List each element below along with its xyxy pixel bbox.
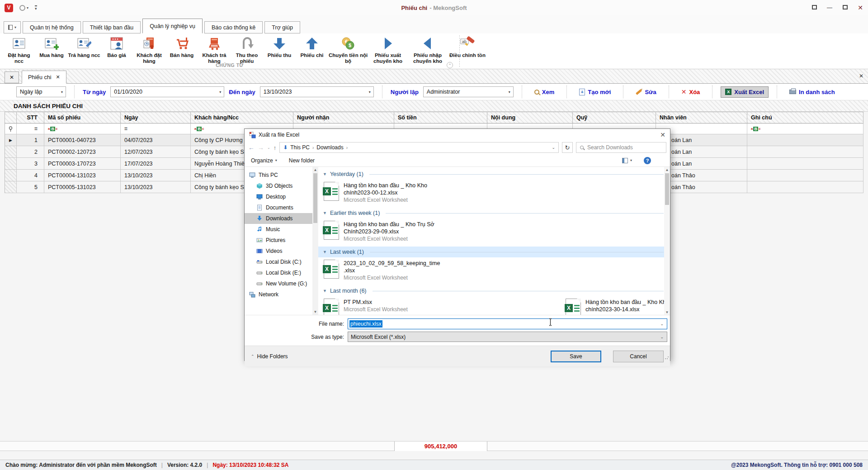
hide-folders-button[interactable]: ⌃ Hide Folders [251, 353, 288, 360]
ribbon-item-khach-dat-hang[interactable]: Khách đặt hàng [133, 35, 165, 64]
sidebar-item-new-volume-g[interactable]: New Volume (G:) [245, 278, 312, 289]
breadcrumb-downloads[interactable]: Downloads [316, 144, 343, 151]
view-by-combo[interactable]: Ngày lập ▾ [16, 86, 66, 97]
header-so-tien[interactable]: Số tiền [394, 112, 487, 123]
edit-button[interactable]: Sửa [632, 87, 660, 97]
group-header-yesterday[interactable]: ▼ Yesterday (1) [318, 169, 670, 180]
help-icon[interactable]: ? [644, 157, 651, 164]
view-options-button[interactable]: ▾ [622, 158, 632, 163]
sidebar-item-videos[interactable]: Videos [245, 246, 312, 256]
ribbon-item-phieu-xuat-chuyen-kho[interactable]: Phiếu xuất chuyển kho [368, 35, 408, 64]
row-selector[interactable] [5, 181, 17, 193]
up-button[interactable]: ↑ [274, 144, 277, 151]
header-stt[interactable]: STT [17, 112, 44, 123]
refresh-button[interactable]: ↻ [562, 142, 573, 153]
sidebar-item-local-disk-c[interactable]: Local Disk (C:) [245, 256, 312, 267]
header-ma-so-phieu[interactable]: Mã số phiếu [44, 112, 121, 123]
address-dropdown-icon[interactable]: ⌄ [552, 145, 555, 150]
scrollbar-thumb[interactable] [313, 173, 317, 223]
tab-phieu-chi[interactable]: Phiếu chi ✕ [22, 71, 66, 84]
quick-access-button[interactable]: ▾ [19, 5, 28, 11]
sidebar-item-music[interactable]: Music [245, 224, 312, 235]
header-ngay[interactable]: Ngày [121, 112, 191, 123]
ribbon-item-ban-hang[interactable]: Bán hàng [165, 35, 198, 58]
close-button[interactable]: ✕ [856, 4, 864, 11]
group-header-last-week[interactable]: ▼ Last week (1) [318, 247, 670, 257]
row-selector[interactable] [5, 170, 17, 181]
menu-tab-quan-tri-he-thong[interactable]: Quản trị hệ thống [23, 21, 81, 33]
resize-grip[interactable] [665, 355, 669, 360]
group-header-earlier-this-week[interactable]: ▼ Earlier this week (1) [318, 208, 670, 218]
header-ghi-chu[interactable]: Ghi chú [747, 112, 863, 123]
ribbon-item-khach-tra-hang[interactable]: Khách trả hàng [198, 35, 231, 64]
row-selector[interactable] [5, 146, 17, 158]
filter-pin-cell[interactable] [5, 123, 17, 134]
ribbon-item-phieu-chi[interactable]: Phiếu chi [296, 35, 328, 58]
search-input[interactable]: Search Downloads [576, 142, 666, 153]
file-item[interactable]: X Hàng tồn kho ban đầu _ Kho Kho chính20… [560, 296, 669, 315]
ribbon-item-chuyen-tien-noi-bo[interactable]: €$ Chuyển tiền nội bộ [328, 35, 368, 64]
sidebar-item-this-pc[interactable]: This PC [245, 170, 312, 180]
close-all-tabs-button[interactable]: ✕ [5, 71, 19, 83]
sidebar-item-3d-objects[interactable]: 3D Objects [245, 180, 312, 191]
ribbon-item-dat-hang-ncc[interactable]: Đặt hàng ncc [3, 35, 35, 64]
ribbon-item-mua-hang[interactable]: Mua hàng [35, 35, 68, 58]
creator-combo[interactable]: Administrator ▾ [423, 86, 514, 97]
file-item[interactable]: X 2023_10_02_09_59_58_keeping_time .xlsx… [318, 257, 670, 285]
ribbon-item-bao-gia[interactable]: Báo giá [100, 35, 133, 58]
create-new-button[interactable]: + Tạo mới [575, 87, 615, 97]
tab-close-icon[interactable]: ✕ [56, 74, 60, 80]
sidebar-item-local-disk-e[interactable]: Local Disk (E:) [245, 267, 312, 278]
menu-tab-bao-cao-thong-ke[interactable]: Báo cáo thống kê [204, 21, 263, 33]
view-button[interactable]: Xem [530, 87, 558, 97]
menu-tab-mini[interactable]: ▾ [4, 21, 21, 33]
group-header-last-month[interactable]: ▼ Last month (6) [318, 285, 670, 296]
sidebar-item-network[interactable]: Network [245, 289, 312, 300]
export-excel-button[interactable]: X Xuất Excel [721, 86, 769, 98]
organize-button[interactable]: Organize ▾ [251, 157, 277, 164]
ribbon-item-phieu-thu[interactable]: Phiếu thu [263, 35, 296, 58]
dialog-titlebar[interactable]: Xuất ra file Excel ✕ [245, 129, 670, 141]
from-date-combo[interactable]: 01/10/2020 ▾ [110, 86, 224, 97]
sidebar-item-documents[interactable]: Documents [245, 202, 312, 213]
save-button[interactable]: Save [551, 351, 601, 362]
maximize-button[interactable] [841, 5, 849, 11]
ribbon-item-phieu-nhap-chuyen-kho[interactable]: Phiếu nhập chuyển kho [408, 35, 448, 64]
back-button[interactable]: ← [248, 144, 255, 151]
row-selector[interactable]: ▶ [5, 134, 17, 146]
header-khach-hang[interactable]: Khách hàng/Ncc [191, 112, 293, 123]
save-type-combo[interactable]: Microsoft Excel (*.xlsx) ⌄ [348, 332, 667, 342]
file-item[interactable]: X Hàng tồn kho ban đầu _ Kho Trụ Sở Chín… [318, 218, 670, 247]
sidebar-item-downloads[interactable]: Downloads [245, 213, 312, 224]
sidebar-item-pictures[interactable]: Pictures [245, 235, 312, 246]
breadcrumb-this-pc[interactable]: This PC [290, 144, 310, 151]
file-item[interactable]: X Hàng tồn kho ban đầu _ Kho Kho chính20… [318, 180, 670, 208]
row-selector[interactable] [5, 158, 17, 170]
dialog-close-button[interactable]: ✕ [660, 131, 665, 138]
file-item[interactable]: X PT PM.xlsx Microsoft Excel Worksheet [318, 296, 560, 315]
tabstrip-close-icon[interactable]: ✕ [859, 73, 863, 79]
filter-ma-so-phieu[interactable]: aBc [44, 123, 121, 134]
fullscreen-button[interactable] [810, 5, 818, 11]
header-nguoi-nhan[interactable]: Người nhận [293, 112, 394, 123]
menu-tab-tro-giup[interactable]: Trợ giúp [264, 21, 300, 33]
address-bar[interactable]: ⬇ This PC › Downloads › ⌄ [279, 142, 559, 153]
cancel-button[interactable]: Cancel [613, 351, 664, 362]
to-date-combo[interactable]: 13/10/2023 ▾ [260, 86, 374, 97]
menu-tab-thiet-lap-ban-dau[interactable]: Thiết lập ban đầu [83, 21, 141, 33]
filter-ngay[interactable]: = [121, 123, 191, 134]
sidebar-scrollbar[interactable]: ▲ ▼ [312, 167, 318, 315]
menu-tab-quan-ly-nghiep-vu[interactable]: Quản lý nghiệp vụ [142, 19, 203, 33]
delete-button[interactable]: ✕ Xóa [677, 86, 704, 97]
ribbon-item-thu-theo-phieu[interactable]: Thu theo phiếu [231, 35, 263, 64]
ribbon-collapse-button[interactable]: ⌃ [447, 62, 453, 68]
ribbon-item-dieu-chinh-ton[interactable]: ab Điều chỉnh tồn [448, 35, 487, 58]
scrollbar-thumb[interactable] [665, 173, 669, 205]
toolbar-overflow-icon[interactable]: ▾ [35, 5, 37, 10]
sidebar-item-desktop[interactable]: Desktop [245, 191, 312, 202]
new-folder-button[interactable]: New folder [289, 157, 315, 164]
ribbon-item-tra-hang-ncc[interactable]: Trả hàng ncc [68, 35, 100, 58]
forward-button[interactable]: → [258, 144, 264, 151]
header-nhan-vien[interactable]: Nhân viên [656, 112, 747, 123]
history-dropdown-icon[interactable]: ⌄ [267, 146, 270, 150]
